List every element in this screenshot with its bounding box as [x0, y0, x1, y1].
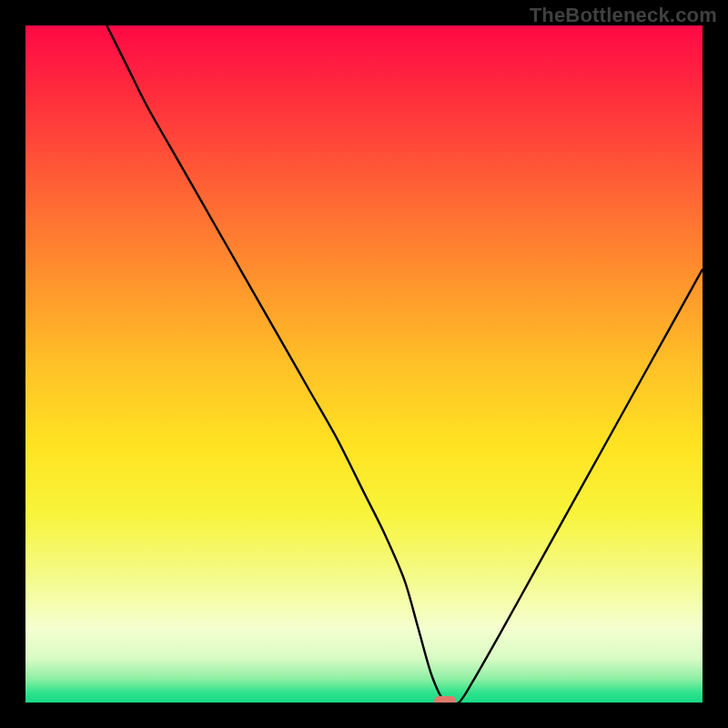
chart-frame: TheBottleneck.com: [0, 0, 728, 728]
bottleneck-chart: [25, 25, 703, 703]
optimal-point-marker: [434, 696, 456, 703]
watermark-text: TheBottleneck.com: [530, 4, 717, 27]
gradient-background: [25, 25, 703, 703]
plot-area: [25, 25, 703, 703]
